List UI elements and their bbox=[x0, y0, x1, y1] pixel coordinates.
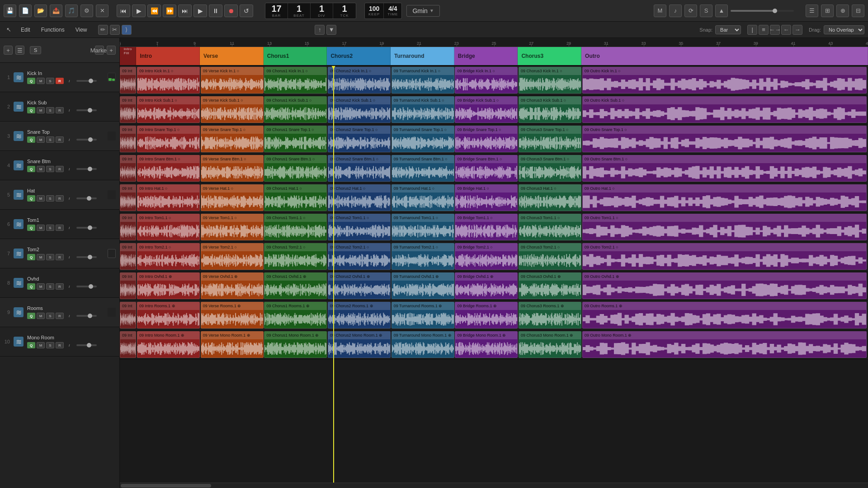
clip-turnaround-kick-sub[interactable]: 09 Turnaround Kick Sub.1 ○ bbox=[392, 96, 454, 123]
clip-chorus2-hat[interactable]: 09 Chorus2 Hat.1 ○ bbox=[328, 184, 391, 211]
track-5-q-button[interactable]: Q bbox=[27, 195, 35, 202]
clip-intro-int-snare-top[interactable]: 09 Int bbox=[120, 126, 136, 152]
play-stop-button[interactable]: ▶ bbox=[193, 5, 207, 17]
play-button[interactable]: ▶ bbox=[132, 5, 146, 17]
track-1-r-button[interactable]: R bbox=[56, 78, 64, 84]
track-5-r-button[interactable]: R bbox=[56, 195, 64, 202]
track-8-s-button[interactable]: S bbox=[46, 283, 54, 290]
clip-verse-hat[interactable]: 09 Verse Hat.1 ○ bbox=[201, 184, 264, 211]
clip-bridge-hat[interactable]: 09 Bridge Hat.1 ○ bbox=[455, 184, 518, 211]
sync-icon[interactable]: ⟳ bbox=[684, 5, 697, 17]
track-6-i-button[interactable]: I bbox=[65, 225, 73, 231]
beat-position[interactable]: 1 BEAT bbox=[288, 3, 311, 19]
arrangement-chorus3[interactable]: Chorus3 bbox=[518, 47, 581, 65]
right-icon[interactable]: → bbox=[793, 25, 802, 35]
clip-chorus1-kick-in[interactable]: 09 Chorus1 Kick In.1 ○ bbox=[264, 67, 327, 94]
clip-turnaround-snare-btm[interactable]: 09 Turnaround Snare Btm.1 ○ bbox=[392, 155, 454, 182]
return-to-start-button[interactable]: ⏮ bbox=[117, 5, 130, 17]
track-5-s-button[interactable]: S bbox=[46, 195, 54, 202]
clip-intro-kick-in[interactable]: 09 Intro Kick In.1 ○ bbox=[137, 67, 200, 94]
track-3-r-button[interactable]: R bbox=[56, 136, 64, 143]
clip-chorus2-ovhd[interactable]: 09 Chorus2 Ovhd.1 ⊕ bbox=[328, 272, 391, 299]
track-filter-input[interactable]: S bbox=[30, 46, 41, 54]
track-1-fader[interactable] bbox=[76, 80, 97, 82]
clip-intro-tom1[interactable]: 09 Intro Tom1.1 ○ bbox=[137, 214, 200, 240]
window-icon[interactable]: ⊞ bbox=[821, 5, 834, 17]
track-9-m-button[interactable]: M bbox=[37, 313, 45, 319]
clip-chorus2-mono-room[interactable]: 09 Chorus2 Mono Room.1 ⊕ bbox=[328, 331, 391, 358]
track-2-i-button[interactable]: I bbox=[65, 107, 73, 113]
track-1-m-button[interactable]: M bbox=[37, 78, 45, 84]
clip-chorus1-rooms[interactable]: 09 Chorus1 Rooms.1 ⊕ bbox=[264, 302, 327, 328]
track-3-s-button[interactable]: S bbox=[46, 136, 54, 143]
track-list-icon[interactable]: ☰ bbox=[15, 46, 24, 55]
track-7-m-button[interactable]: M bbox=[37, 254, 45, 260]
arrangement-intro-fill[interactable]: IntroFill bbox=[120, 47, 136, 65]
pencil-tool[interactable]: ✏ bbox=[98, 25, 108, 35]
clip-bridge-ovhd[interactable]: 09 Bridge Ovhd.1 ⊕ bbox=[455, 272, 518, 299]
track-2-q-button[interactable]: Q bbox=[27, 107, 35, 113]
clip-verse-snare-btm[interactable]: 09 Verse Snare Btm.1 ○ bbox=[201, 155, 264, 182]
track-10-r-button[interactable]: R bbox=[56, 342, 64, 348]
clip-chorus3-mono-room[interactable]: 09 Chorus3 Mono Room.1 ⊕ bbox=[519, 331, 581, 358]
clip-turnaround-rooms[interactable]: 09 Turnaround Rooms.1 ⊕ bbox=[392, 302, 454, 328]
functions-menu[interactable]: Functions bbox=[38, 25, 68, 35]
track-8-fader[interactable] bbox=[76, 286, 97, 287]
list-icon[interactable]: ☰ bbox=[806, 5, 818, 17]
track-7-r-button[interactable]: R bbox=[56, 254, 64, 260]
clip-bridge-snare-btm[interactable]: 09 Bridge Snare Btm.1 ○ bbox=[455, 155, 518, 182]
track-9-q-button[interactable]: Q bbox=[27, 313, 35, 319]
clip-verse-tom1[interactable]: 09 Verse Tom1.1 ○ bbox=[201, 214, 264, 240]
clip-outro-kick-in[interactable]: 09 Outro Kick In.1 ○ bbox=[582, 67, 867, 94]
time-sig-display[interactable]: 4/4 TIME bbox=[384, 3, 401, 19]
key-selector[interactable]: Gmin ▼ bbox=[406, 5, 439, 17]
track-1-s-button[interactable]: S bbox=[46, 78, 54, 84]
record-button[interactable]: ⏺ bbox=[224, 5, 238, 17]
track-7-fader[interactable] bbox=[76, 256, 97, 258]
rewind-button[interactable]: ⏪ bbox=[147, 5, 161, 17]
quantize-icon[interactable]: ≡ bbox=[759, 25, 769, 35]
track-8-i-button[interactable]: I bbox=[65, 283, 73, 290]
track-2-s-button[interactable]: S bbox=[46, 107, 54, 113]
track-7-s-button[interactable]: S bbox=[46, 254, 54, 260]
clip-chorus3-hat[interactable]: 09 Chorus3 Hat.1 ○ bbox=[519, 184, 581, 211]
track-4-s-button[interactable]: S bbox=[46, 166, 54, 172]
clip-intro-int-snare-btm[interactable]: 09 Int bbox=[120, 155, 136, 182]
clip-verse-rooms[interactable]: 09 Verse Rooms.1 ⊕ bbox=[201, 302, 264, 328]
clip-chorus2-tom2[interactable]: 09 Chorus2 Tom2.1 ○ bbox=[328, 243, 391, 270]
track-2-m-button[interactable]: M bbox=[37, 107, 45, 113]
arrangement-verse[interactable]: Verse bbox=[200, 47, 264, 65]
clip-outro-kick-sub[interactable]: 09 Outro Kick Sub.1 ○ bbox=[582, 96, 867, 123]
track-3-fader[interactable] bbox=[76, 139, 97, 141]
track-8-m-button[interactable]: M bbox=[37, 283, 45, 290]
arrangement-chorus1[interactable]: Chorus1 bbox=[264, 47, 327, 65]
zoom-icon[interactable]: ⊕ bbox=[836, 5, 849, 17]
track-4-fader[interactable] bbox=[76, 168, 97, 170]
clip-outro-hat[interactable]: 09 Outro Hat.1 ○ bbox=[582, 184, 867, 211]
cursor-icon[interactable]: ↑ bbox=[315, 25, 325, 35]
track-7-i-button[interactable]: I bbox=[65, 254, 73, 260]
fast-forward-button[interactable]: ⏩ bbox=[163, 5, 176, 17]
clip-verse-ovhd[interactable]: 09 Verse Ovhd.1 ⊕ bbox=[201, 272, 264, 299]
clip-chorus1-kick-sub[interactable]: 09 Chorus1 Kick Sub.1 ○ bbox=[264, 96, 327, 123]
track-3-m-button[interactable]: M bbox=[37, 136, 45, 143]
clip-outro-snare-top[interactable]: 09 Outro Snare Top.1 ○ bbox=[582, 126, 867, 152]
arrangement-turnaround[interactable]: Turnaround bbox=[391, 47, 454, 65]
track-8-q-button[interactable]: Q bbox=[27, 283, 35, 290]
track-10-i-button[interactable]: I bbox=[65, 342, 73, 348]
track-4-r-button[interactable]: R bbox=[56, 166, 64, 172]
scrollbar-thumb[interactable] bbox=[121, 484, 211, 488]
midi-icon[interactable]: M bbox=[654, 5, 666, 17]
clip-chorus3-tom1[interactable]: 09 Chorus3 Tom1.1 ○ bbox=[519, 214, 581, 240]
clip-verse-kick-sub[interactable]: 09 Verse Kick Sub.1 ○ bbox=[201, 96, 264, 123]
track-4-q-button[interactable]: Q bbox=[27, 166, 35, 172]
snap-icon[interactable]: | bbox=[747, 25, 757, 35]
clip-outro-ovhd[interactable]: 09 Outro Ovhd.1 ⊕ bbox=[582, 272, 867, 299]
edit-menu[interactable]: Edit bbox=[17, 25, 34, 35]
clip-bridge-kick-in[interactable]: 09 Bridge Kick In.1 ○ bbox=[455, 67, 518, 94]
clip-chorus1-tom2[interactable]: 09 Chorus1 Tom2.1 ○ bbox=[264, 243, 327, 270]
clip-chorus2-kick-in[interactable]: 09 Chorus2 Kick In.1 ○ bbox=[328, 67, 391, 94]
track-6-s-button[interactable]: S bbox=[46, 225, 54, 231]
track-2-r-button[interactable]: R bbox=[56, 107, 64, 113]
clip-intro-int-hat[interactable]: 09 Int bbox=[120, 184, 136, 211]
